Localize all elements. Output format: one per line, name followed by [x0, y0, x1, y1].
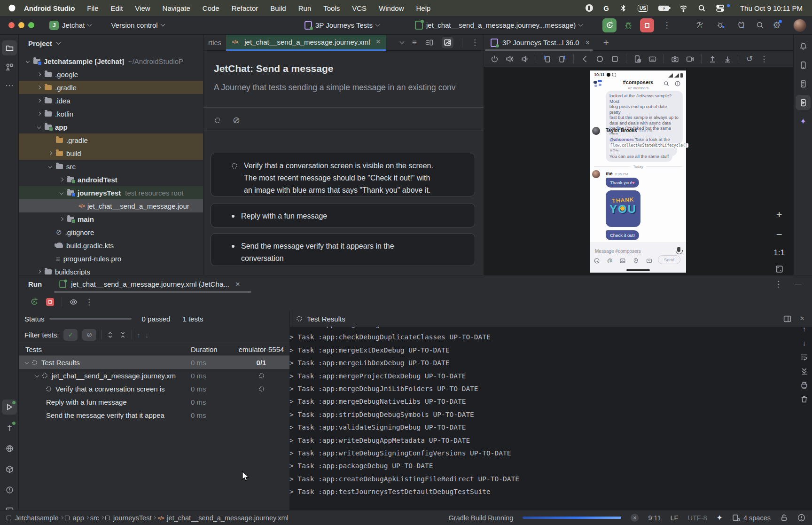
- clear-icon[interactable]: [800, 395, 808, 403]
- tree-item-main[interactable]: main: [19, 212, 203, 226]
- cancel-build-icon[interactable]: ×: [631, 514, 639, 522]
- menu-item-edit[interactable]: Edit: [110, 4, 123, 12]
- watch-icon[interactable]: [70, 298, 78, 306]
- scroll-to-end-icon[interactable]: [800, 367, 808, 375]
- build-icon[interactable]: [693, 18, 707, 32]
- vcs-widget[interactable]: Version control: [107, 19, 168, 31]
- chevron-down-icon[interactable]: [35, 374, 39, 377]
- breadcrumb-journeystest[interactable]: journeysTest: [105, 514, 151, 522]
- breadcrumb-src[interactable]: src: [90, 514, 99, 522]
- code-view-icon[interactable]: ≡: [412, 38, 417, 47]
- device-manager-icon[interactable]: [796, 57, 811, 72]
- gif-icon[interactable]: [646, 258, 652, 264]
- tree-item--gradle[interactable]: .gradle: [19, 81, 203, 94]
- location-icon[interactable]: [633, 258, 639, 264]
- journey-step-card[interactable]: Reply with a fun message: [211, 203, 475, 227]
- breadcrumb-jetchatsample[interactable]: Jetchatsample: [7, 514, 59, 522]
- device-explorer-icon[interactable]: [796, 76, 811, 91]
- chevron-right-icon[interactable]: [37, 99, 41, 102]
- next-icon[interactable]: ↓: [145, 331, 149, 339]
- search-everywhere-icon[interactable]: [753, 18, 767, 32]
- add-device-icon[interactable]: +: [603, 37, 609, 48]
- screen-record-icon[interactable]: [586, 4, 593, 12]
- tree-item-app[interactable]: app: [19, 120, 203, 133]
- problems-tool-icon[interactable]: [2, 482, 17, 497]
- split-view-icon[interactable]: [425, 39, 433, 47]
- chevron-down-icon[interactable]: [26, 59, 30, 63]
- notifications-icon[interactable]: [796, 39, 811, 54]
- tree-item-jet-chat-send-a-message-jour[interactable]: </>jet_chat__send_a_message.jour: [19, 199, 203, 212]
- control-center-icon[interactable]: [716, 4, 724, 12]
- resource-manager-icon[interactable]: [2, 59, 17, 74]
- more-icon[interactable]: ⋮: [471, 38, 479, 47]
- hide-icon[interactable]: —: [795, 279, 802, 289]
- back-icon[interactable]: [581, 55, 589, 63]
- restart-icon[interactable]: ↺: [746, 54, 753, 64]
- zoom-window-button[interactable]: [28, 22, 34, 28]
- google-icon[interactable]: G: [603, 4, 609, 12]
- emoji-icon[interactable]: [594, 258, 600, 264]
- collapse-all-icon[interactable]: [119, 331, 127, 339]
- print-icon[interactable]: [800, 381, 808, 389]
- chevron-down-icon[interactable]: [37, 125, 41, 129]
- test-row-verify-that-a-conversation-scr[interactable]: Verify that a conversation screen is0 ms: [19, 382, 289, 395]
- caret-position[interactable]: 9:11: [648, 514, 661, 522]
- scroll-down-icon[interactable]: ↓: [803, 339, 806, 347]
- keyboard-layout-icon[interactable]: US: [638, 5, 648, 12]
- file-encoding[interactable]: UTF-8: [687, 514, 707, 522]
- zoom-in-icon[interactable]: +: [776, 209, 782, 221]
- volume-up-icon[interactable]: [506, 55, 514, 63]
- more-run-actions-icon[interactable]: ⋮: [660, 18, 674, 32]
- build-tool-icon[interactable]: [2, 420, 17, 435]
- more-icon[interactable]: ⋮: [85, 297, 93, 307]
- overview-icon[interactable]: [611, 55, 619, 63]
- settings-icon[interactable]: ⚙: [770, 18, 784, 32]
- virtual-keyboard-icon[interactable]: [648, 55, 656, 63]
- project-panel-header[interactable]: Project: [28, 39, 60, 47]
- chevron-right-icon[interactable]: [37, 112, 41, 116]
- menu-app-title[interactable]: Android Studio: [24, 4, 75, 12]
- rerun-icon[interactable]: [30, 298, 39, 306]
- chevron-right-icon[interactable]: [37, 86, 41, 89]
- close-icon[interactable]: ×: [586, 38, 590, 47]
- tree-item-androidtest[interactable]: androidTest: [19, 173, 203, 186]
- menu-item-file[interactable]: File: [87, 4, 98, 12]
- stop-icon[interactable]: [46, 298, 54, 306]
- journey-step-card[interactable]: Send the message verify that it appears …: [211, 233, 475, 266]
- stop-button[interactable]: [640, 18, 654, 32]
- mention-icon[interactable]: @: [607, 258, 612, 264]
- close-window-button[interactable]: [8, 22, 15, 28]
- breadcrumb-app[interactable]: app: [65, 514, 84, 522]
- menu-item-navigate[interactable]: Navigate: [163, 4, 190, 12]
- run-button[interactable]: [602, 18, 617, 32]
- scroll-up-icon[interactable]: ↑: [803, 325, 806, 333]
- layout-icon[interactable]: [783, 315, 791, 323]
- endpoints-tool-icon[interactable]: [2, 441, 17, 456]
- soft-wrap-icon[interactable]: [800, 353, 808, 361]
- screen-record-icon[interactable]: [686, 55, 694, 63]
- run-tab[interactable]: jet_chat__send_a_message.journey.xml (Je…: [59, 280, 240, 289]
- chevron-down-icon[interactable]: [48, 165, 52, 168]
- message-input[interactable]: Message #composers: [595, 249, 641, 254]
- menu-item-run[interactable]: Run: [298, 4, 312, 12]
- home-icon[interactable]: [596, 55, 604, 63]
- device-settings-icon[interactable]: [633, 55, 641, 63]
- chevron-right-icon[interactable]: [37, 270, 41, 274]
- chevron-down-icon[interactable]: [25, 360, 29, 364]
- console-output[interactable]: > Task :app:mergeDebugJavaResource UP-TO…: [289, 324, 793, 510]
- show-ignored-filter[interactable]: ⊘: [82, 329, 96, 341]
- power-icon[interactable]: [491, 55, 499, 63]
- menu-clock[interactable]: Thu Oct 9 10:11 PM: [740, 4, 803, 12]
- more-vertical-icon[interactable]: ⋮: [760, 54, 768, 64]
- more-icon[interactable]: ⋮: [774, 279, 782, 289]
- chevron-right-icon[interactable]: [60, 217, 63, 221]
- chat-info-icon[interactable]: [675, 81, 680, 86]
- image-icon[interactable]: [620, 258, 625, 264]
- volume-down-icon[interactable]: [521, 55, 529, 63]
- tree-item-journeystest[interactable]: journeysTesttest resources root: [19, 186, 203, 199]
- tree-item-proguard-rules-pro[interactable]: ≡proguard-rules.pro: [19, 252, 203, 265]
- search-icon[interactable]: [698, 4, 706, 12]
- tree-item-build[interactable]: build: [19, 147, 203, 160]
- menu-item-refactor[interactable]: Refactor: [232, 4, 258, 12]
- tree-item-buildscripts[interactable]: buildscripts: [19, 265, 203, 275]
